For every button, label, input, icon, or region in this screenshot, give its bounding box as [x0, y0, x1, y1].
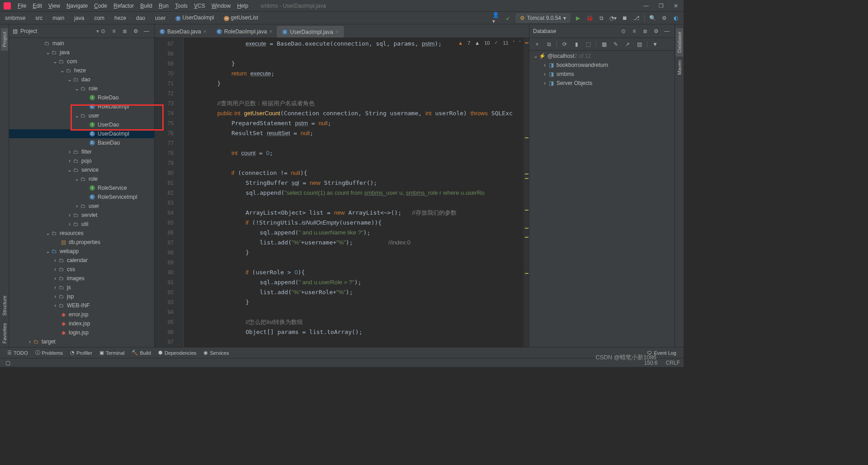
hide-panel-icon[interactable]: — — [142, 27, 151, 35]
tree-toggle[interactable]: › — [52, 266, 58, 272]
close-tab-icon[interactable]: × — [335, 29, 339, 35]
tree-toggle[interactable]: › — [52, 275, 58, 282]
run-configuration-selector[interactable]: ⚙ Tomcat 9.0.54 ▾ — [516, 14, 570, 23]
editor-tab-RoleDaoImpl.java[interactable]: CRoleDaoImpl.java× — [212, 26, 278, 38]
terminal-tool-button[interactable]: ▣Terminal — [96, 350, 128, 356]
tree-item-heze[interactable]: ⌄🗀heze — [9, 66, 154, 75]
todo-tool-button[interactable]: ☰TODO — [4, 350, 32, 356]
editor-tab-UserDaoImpl.java[interactable]: CUserDaoImpl.java× — [277, 26, 343, 38]
tree-toggle[interactable]: ⌄ — [533, 53, 538, 59]
search-icon[interactable]: 🔍 — [648, 14, 656, 22]
editor-tab-BaseDao.java[interactable]: CBaseDao.java× — [155, 26, 212, 38]
tree-toggle[interactable]: ⌄ — [74, 113, 80, 119]
refresh-icon[interactable]: ⟳ — [561, 40, 569, 48]
tree-toggle[interactable]: › — [74, 203, 80, 209]
tree-toggle[interactable]: › — [52, 284, 58, 291]
problems-tool-button[interactable]: ⓘProblems — [32, 349, 66, 356]
tree-toggle[interactable]: ⌄ — [67, 76, 72, 83]
database-tree[interactable]: ⌄⚡@localhost 2 of 12›◨bookborrowandretur… — [529, 51, 675, 347]
tree-toggle[interactable]: ⌄ — [45, 49, 51, 56]
menu-run[interactable]: Run — [156, 3, 172, 9]
menu-refactor[interactable]: Refactor — [110, 3, 137, 9]
tree-item-js[interactable]: ›🗀js — [9, 283, 154, 292]
profile-button[interactable]: ◔▾ — [609, 14, 617, 22]
project-panel-title[interactable]: Project — [20, 28, 94, 34]
tree-item-RoleServiceImpl[interactable]: CRoleServiceImpl — [9, 193, 154, 202]
services-tool-button[interactable]: ◉Services — [200, 350, 232, 356]
stop-icon[interactable]: ▮ — [572, 40, 580, 48]
menu-code[interactable]: Code — [91, 3, 110, 9]
tree-toggle[interactable]: › — [542, 80, 547, 86]
tree-toggle[interactable]: › — [52, 302, 58, 309]
tree-toggle[interactable]: › — [52, 293, 58, 300]
coverage-button[interactable]: ⧉ — [597, 14, 605, 22]
project-tool-tab[interactable]: Project — [1, 28, 8, 51]
tree-item-WEB-INF[interactable]: ›🗀WEB-INF — [9, 301, 154, 310]
close-tab-icon[interactable]: × — [203, 28, 207, 35]
tree-item-util[interactable]: ›🗀util — [9, 220, 154, 229]
tree-toggle[interactable]: ⌄ — [74, 176, 80, 182]
collapse-icon[interactable]: ≣ — [641, 27, 649, 35]
menu-view[interactable]: View — [45, 3, 63, 9]
db-item-@localhost[interactable]: ⌄⚡@localhost 2 of 12 — [529, 52, 675, 61]
tool-windows-icon[interactable]: ▢ — [4, 359, 12, 367]
menu-file[interactable]: File — [14, 3, 29, 9]
maximize-button[interactable]: ❐ — [657, 3, 665, 9]
menu-tools[interactable]: Tools — [172, 3, 191, 9]
vcs-update-icon[interactable]: ↙ — [504, 14, 512, 22]
tree-toggle[interactable]: ⌄ — [52, 58, 58, 65]
fold-gutter[interactable] — [177, 38, 184, 347]
tree-item-role[interactable]: ⌄🗀role — [9, 174, 154, 183]
tree-item-role[interactable]: ⌄🗀role — [9, 84, 154, 93]
inspection-widget[interactable]: ▲7 ▲10 ✓11 ˆ ˇ — [458, 40, 521, 46]
db-item-bookborrowandreturn[interactable]: ›◨bookborrowandreturn — [529, 61, 675, 70]
select-opened-icon[interactable]: ⊙ — [99, 27, 107, 35]
tree-item-calendar[interactable]: ›🗀calendar — [9, 256, 154, 265]
tree-toggle[interactable]: ⌄ — [74, 85, 80, 92]
tree-item-BaseDao[interactable]: CBaseDao — [9, 138, 154, 147]
tree-item-webapp[interactable]: ⌄🗀webapp — [9, 247, 154, 256]
db-item-smbms[interactable]: ›◨smbms — [529, 70, 675, 79]
tree-item-service[interactable]: ⌄🗀service — [9, 165, 154, 174]
tree-item-db.properties[interactable]: ▤db.properties — [9, 238, 154, 247]
minimize-button[interactable]: — — [642, 3, 651, 9]
maven-tool-tab[interactable]: Maven — [676, 56, 683, 79]
tree-toggle[interactable]: › — [542, 71, 547, 77]
menu-vcs[interactable]: VCS — [191, 3, 208, 9]
export-icon[interactable]: ↗ — [623, 40, 632, 48]
tx-icon[interactable]: ⬚ — [584, 40, 592, 48]
tree-item-pojo[interactable]: ›🗀pojo — [9, 156, 154, 165]
close-button[interactable]: ✕ — [672, 3, 680, 9]
tree-toggle[interactable]: › — [542, 62, 547, 68]
tree-item-user[interactable]: ⌄🗀user — [9, 111, 154, 120]
filter-icon[interactable]: ▼ — [651, 40, 659, 48]
profiler-tool-button[interactable]: ◔Profiler — [66, 350, 96, 356]
tree-item-jsp[interactable]: ›🗀jsp — [9, 292, 154, 301]
db-item-Server Objects[interactable]: ›◨Server Objects — [529, 79, 675, 88]
dependencies-tool-button[interactable]: ⬢Dependencies — [155, 350, 200, 356]
tree-toggle[interactable]: ⌄ — [45, 248, 51, 254]
tree-toggle[interactable]: › — [67, 212, 72, 218]
breadcrumb-dao[interactable]: dao — [135, 15, 146, 21]
tree-toggle[interactable]: › — [27, 338, 33, 345]
database-tool-tab[interactable]: Database — [676, 28, 683, 56]
menu-navigate[interactable]: Navigate — [63, 3, 91, 9]
favorites-tool-tab[interactable]: Favorites — [1, 319, 8, 347]
structure-tool-tab[interactable]: Structure — [1, 292, 8, 319]
breadcrumb-java[interactable]: java — [73, 15, 85, 21]
tree-item-css[interactable]: ›🗀css — [9, 265, 154, 274]
duplicate-icon[interactable]: ⧉ — [545, 40, 553, 48]
run-button[interactable]: ▶ — [574, 14, 582, 22]
tree-item-error.jsp[interactable]: ◆error.jsp — [9, 310, 154, 319]
expand-icon[interactable]: ≡ — [630, 27, 638, 35]
menu-help[interactable]: Help — [234, 3, 251, 9]
breadcrumb-getUserList[interactable]: mgetUserList — [222, 14, 259, 21]
expand-all-icon[interactable]: ≡ — [110, 27, 118, 35]
line-separator[interactable]: CRLF — [666, 360, 680, 366]
breadcrumb-src[interactable]: src — [34, 15, 44, 21]
tree-item-user[interactable]: ›🗀user — [9, 202, 154, 211]
tree-toggle[interactable]: › — [67, 149, 72, 155]
edit-icon[interactable]: ✎ — [612, 40, 620, 48]
breadcrumb-main[interactable]: main — [51, 15, 66, 21]
tree-toggle[interactable]: › — [67, 158, 72, 164]
